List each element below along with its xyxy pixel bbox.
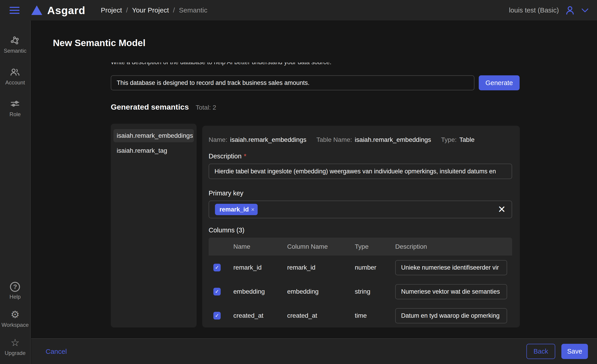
breadcrumb-your-project[interactable]: Your Project	[132, 6, 169, 14]
table-name-value: isaiah.remark_embeddings	[355, 136, 431, 143]
sidebar-label-semantic: Semantic	[4, 48, 26, 54]
person-icon[interactable]	[565, 5, 575, 15]
sidebar-label-workspace: Workspace	[2, 322, 29, 328]
primary-key-select[interactable]: remark_id × ✕	[209, 201, 512, 218]
generate-button[interactable]: Generate	[479, 75, 520, 90]
cell-type: number	[355, 264, 395, 271]
header-type: Type	[355, 243, 395, 250]
columns-table: Name Column Name Type Description ✓ rema…	[209, 238, 512, 328]
check-icon: ✓	[215, 313, 219, 319]
cell-name: created_at	[233, 312, 287, 319]
main-content: New Semantic Model Write a description o…	[31, 20, 597, 364]
sliders-icon	[9, 98, 21, 109]
star-icon: ☆	[11, 337, 20, 348]
hamburger-icon[interactable]	[9, 7, 20, 14]
model-detail-panel: Name: isaiah.remark_embeddings Table Nam…	[202, 126, 520, 327]
table-row-embedding: ✓ embedding embedding string	[209, 279, 512, 304]
network-icon	[9, 34, 21, 46]
generated-semantics-header: Generated semantics Total: 2	[111, 103, 216, 111]
db-description-row: Generate	[111, 75, 520, 90]
description-label: Description*	[209, 153, 513, 160]
cell-description-input[interactable]	[395, 308, 507, 323]
primary-key-label: Primary key	[209, 189, 513, 197]
sidebar-label-help: Help	[9, 294, 21, 300]
sidebar-item-upgrade[interactable]: ☆ Upgrade	[2, 337, 29, 356]
brand[interactable]: Asgard	[31, 4, 85, 16]
sidebar-item-semantic[interactable]: Semantic	[4, 34, 26, 54]
db-description-input[interactable]	[111, 75, 474, 90]
table-row-remark-id: ✓ remark_id remark_id number	[209, 256, 512, 279]
sidebar-label-account: Account	[5, 79, 25, 86]
name-value: isaiah.remark_embeddings	[230, 136, 306, 143]
sidebar-label-upgrade: Upgrade	[5, 350, 25, 356]
model-list-item-tag[interactable]: isaiah.remark_tag	[113, 144, 194, 157]
generated-semantics-title: Generated semantics	[111, 103, 189, 111]
sidebar-label-role: Role	[9, 111, 21, 117]
chevron-down-icon[interactable]	[581, 8, 589, 13]
people-icon	[9, 66, 21, 77]
required-asterisk: *	[244, 153, 246, 160]
cancel-button[interactable]: Cancel	[46, 348, 67, 355]
cell-name: remark_id	[233, 264, 287, 271]
row-checkbox[interactable]: ✓	[213, 312, 221, 319]
cell-name: embedding	[233, 288, 287, 295]
cell-type: time	[355, 312, 395, 319]
footer-bar: Cancel Back Save	[31, 338, 597, 364]
back-button[interactable]: Back	[526, 344, 555, 359]
row-checkbox[interactable]: ✓	[213, 264, 221, 271]
clear-icon[interactable]: ✕	[498, 205, 506, 214]
user-name-label: louis test (Basic)	[509, 6, 559, 14]
model-meta-row: Name: isaiah.remark_embeddings Table Nam…	[209, 136, 513, 143]
cell-type: string	[355, 288, 395, 295]
chip-remove-icon[interactable]: ×	[251, 206, 254, 213]
type-label: Type:	[441, 136, 456, 143]
breadcrumb-semantic: Semantic	[179, 6, 207, 14]
breadcrumb-project[interactable]: Project	[101, 6, 122, 14]
breadcrumb-separator: /	[126, 6, 128, 14]
cell-description-input[interactable]	[395, 284, 507, 299]
brand-name: Asgard	[47, 4, 85, 16]
check-icon: ✓	[215, 265, 219, 271]
sidebar-item-role[interactable]: Role	[4, 98, 26, 117]
sidebar: Semantic Account Role ? Help ⚙ Workspace	[0, 20, 31, 364]
check-icon: ✓	[215, 289, 219, 294]
primary-key-chip-label: remark_id	[220, 206, 249, 213]
sidebar-item-workspace[interactable]: ⚙ Workspace	[2, 309, 29, 328]
header-description: Description	[395, 243, 512, 250]
primary-key-chip: remark_id ×	[215, 204, 258, 215]
model-list-panel: isaiah.remark_embeddings isaiah.remark_t…	[111, 124, 196, 327]
type-value: Table	[459, 136, 475, 143]
helper-text: Write a description of the database to h…	[111, 62, 383, 66]
gear-icon: ⚙	[11, 309, 20, 320]
triangle-logo-icon	[31, 5, 42, 15]
name-label: Name:	[209, 136, 227, 143]
sidebar-item-help[interactable]: ? Help	[2, 282, 29, 300]
table-row-created-at: ✓ created_at created_at time	[209, 304, 512, 328]
breadcrumb: Project / Your Project / Semantic	[101, 6, 207, 14]
model-list-item-embeddings[interactable]: isaiah.remark_embeddings	[113, 129, 194, 142]
cell-column-name: remark_id	[287, 264, 355, 271]
top-navbar: Asgard Project / Your Project / Semantic…	[0, 0, 597, 20]
page-title: New Semantic Model	[53, 38, 146, 48]
save-button[interactable]: Save	[561, 344, 588, 359]
helper-text-clipped: Write a description of the database to h…	[111, 62, 383, 68]
table-name-label: Table Name:	[316, 136, 352, 143]
columns-table-header: Name Column Name Type Description	[209, 238, 512, 256]
question-circle-icon: ?	[10, 282, 20, 292]
cell-column-name: embedding	[287, 288, 355, 295]
description-input[interactable]	[209, 164, 512, 179]
columns-label: Columns (3)	[209, 226, 513, 234]
cell-description-input[interactable]	[395, 260, 507, 275]
breadcrumb-separator: /	[173, 6, 175, 14]
header-name: Name	[233, 243, 287, 250]
generated-total-badge: Total: 2	[196, 104, 216, 111]
sidebar-item-account[interactable]: Account	[4, 66, 26, 86]
row-checkbox[interactable]: ✓	[213, 288, 221, 295]
header-column-name: Column Name	[287, 243, 355, 250]
user-menu[interactable]: louis test (Basic)	[509, 5, 589, 15]
cell-column-name: created_at	[287, 312, 355, 319]
